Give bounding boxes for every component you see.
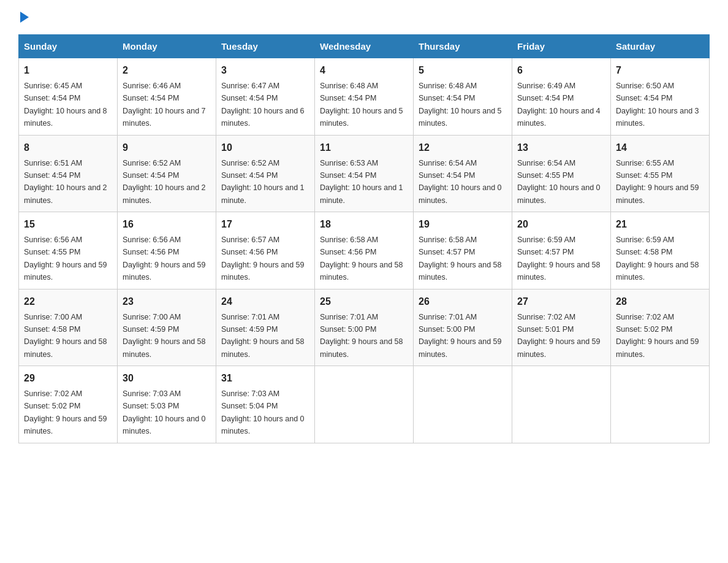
day-info: Sunrise: 7:00 AMSunset: 4:58 PMDaylight:… xyxy=(24,313,107,359)
calendar-cell: 14 Sunrise: 6:55 AMSunset: 4:55 PMDaylig… xyxy=(611,135,710,212)
calendar-table: Sunday Monday Tuesday Wednesday Thursday… xyxy=(18,34,710,443)
calendar-week-row: 15 Sunrise: 6:56 AMSunset: 4:55 PMDaylig… xyxy=(19,212,710,289)
calendar-cell: 17 Sunrise: 6:57 AMSunset: 4:56 PMDaylig… xyxy=(216,212,315,289)
day-info: Sunrise: 7:00 AMSunset: 4:59 PMDaylight:… xyxy=(123,313,206,359)
day-number: 21 xyxy=(616,217,704,232)
day-number: 3 xyxy=(221,63,309,78)
calendar-cell xyxy=(611,366,710,443)
day-number: 25 xyxy=(320,294,408,309)
calendar-cell: 18 Sunrise: 6:58 AMSunset: 4:56 PMDaylig… xyxy=(315,212,414,289)
day-info: Sunrise: 7:02 AMSunset: 5:02 PMDaylight:… xyxy=(616,313,699,359)
day-info: Sunrise: 7:02 AMSunset: 5:01 PMDaylight:… xyxy=(517,313,601,359)
calendar-cell: 30 Sunrise: 7:03 AMSunset: 5:03 PMDaylig… xyxy=(118,366,216,443)
calendar-cell: 16 Sunrise: 6:56 AMSunset: 4:56 PMDaylig… xyxy=(118,212,216,289)
col-sunday: Sunday xyxy=(19,35,118,58)
calendar-cell: 7 Sunrise: 6:50 AMSunset: 4:54 PMDayligh… xyxy=(611,58,710,136)
calendar-cell: 20 Sunrise: 6:59 AMSunset: 4:57 PMDaylig… xyxy=(512,212,611,289)
day-number: 5 xyxy=(419,63,507,78)
calendar-week-row: 22 Sunrise: 7:00 AMSunset: 4:58 PMDaylig… xyxy=(19,289,710,366)
day-number: 20 xyxy=(517,217,605,232)
calendar-cell: 12 Sunrise: 6:54 AMSunset: 4:54 PMDaylig… xyxy=(414,135,512,212)
day-number: 10 xyxy=(221,140,309,155)
calendar-header-row: Sunday Monday Tuesday Wednesday Thursday… xyxy=(19,35,710,58)
col-tuesday: Tuesday xyxy=(216,35,315,58)
calendar-cell: 13 Sunrise: 6:54 AMSunset: 4:55 PMDaylig… xyxy=(512,135,611,212)
day-number: 26 xyxy=(419,294,507,309)
calendar-cell: 2 Sunrise: 6:46 AMSunset: 4:54 PMDayligh… xyxy=(118,58,216,136)
calendar-week-row: 1 Sunrise: 6:45 AMSunset: 4:54 PMDayligh… xyxy=(19,58,710,136)
col-saturday: Saturday xyxy=(611,35,710,58)
day-info: Sunrise: 6:50 AMSunset: 4:54 PMDaylight:… xyxy=(616,82,699,128)
calendar-cell: 4 Sunrise: 6:48 AMSunset: 4:54 PMDayligh… xyxy=(315,58,414,136)
calendar-cell: 9 Sunrise: 6:52 AMSunset: 4:54 PMDayligh… xyxy=(118,135,216,212)
calendar-cell: 26 Sunrise: 7:01 AMSunset: 5:00 PMDaylig… xyxy=(414,289,512,366)
calendar-week-row: 29 Sunrise: 7:02 AMSunset: 5:02 PMDaylig… xyxy=(19,366,710,443)
day-info: Sunrise: 6:46 AMSunset: 4:54 PMDaylight:… xyxy=(123,82,206,128)
day-number: 27 xyxy=(517,294,605,309)
col-thursday: Thursday xyxy=(414,35,512,58)
day-number: 24 xyxy=(221,294,309,309)
day-info: Sunrise: 6:56 AMSunset: 4:55 PMDaylight:… xyxy=(24,236,107,282)
day-number: 14 xyxy=(616,140,704,155)
day-info: Sunrise: 6:55 AMSunset: 4:55 PMDaylight:… xyxy=(616,159,699,205)
day-info: Sunrise: 7:02 AMSunset: 5:02 PMDaylight:… xyxy=(24,389,107,435)
day-number: 28 xyxy=(616,294,704,309)
day-info: Sunrise: 6:59 AMSunset: 4:58 PMDaylight:… xyxy=(616,236,699,282)
day-number: 15 xyxy=(24,217,112,232)
day-number: 6 xyxy=(517,63,605,78)
calendar-cell: 29 Sunrise: 7:02 AMSunset: 5:02 PMDaylig… xyxy=(19,366,118,443)
day-info: Sunrise: 7:03 AMSunset: 5:04 PMDaylight:… xyxy=(221,389,305,435)
calendar-cell: 3 Sunrise: 6:47 AMSunset: 4:54 PMDayligh… xyxy=(216,58,315,136)
day-info: Sunrise: 6:49 AMSunset: 4:54 PMDaylight:… xyxy=(517,82,601,128)
day-number: 8 xyxy=(24,140,112,155)
calendar-cell: 8 Sunrise: 6:51 AMSunset: 4:54 PMDayligh… xyxy=(19,135,118,212)
calendar-cell: 19 Sunrise: 6:58 AMSunset: 4:57 PMDaylig… xyxy=(414,212,512,289)
day-number: 4 xyxy=(320,63,408,78)
day-info: Sunrise: 6:54 AMSunset: 4:55 PMDaylight:… xyxy=(517,159,601,205)
day-info: Sunrise: 6:57 AMSunset: 4:56 PMDaylight:… xyxy=(221,236,305,282)
day-info: Sunrise: 6:48 AMSunset: 4:54 PMDaylight:… xyxy=(419,82,502,128)
calendar-cell: 6 Sunrise: 6:49 AMSunset: 4:54 PMDayligh… xyxy=(512,58,611,136)
day-number: 9 xyxy=(123,140,211,155)
calendar-cell: 10 Sunrise: 6:52 AMSunset: 4:54 PMDaylig… xyxy=(216,135,315,212)
calendar-cell: 21 Sunrise: 6:59 AMSunset: 4:58 PMDaylig… xyxy=(611,212,710,289)
page-header xyxy=(18,12,710,23)
day-info: Sunrise: 7:01 AMSunset: 5:00 PMDaylight:… xyxy=(320,313,403,359)
day-info: Sunrise: 6:52 AMSunset: 4:54 PMDaylight:… xyxy=(123,159,206,205)
day-number: 7 xyxy=(616,63,704,78)
calendar-cell: 28 Sunrise: 7:02 AMSunset: 5:02 PMDaylig… xyxy=(611,289,710,366)
col-wednesday: Wednesday xyxy=(315,35,414,58)
day-info: Sunrise: 6:54 AMSunset: 4:54 PMDaylight:… xyxy=(419,159,502,205)
day-number: 11 xyxy=(320,140,408,155)
day-number: 31 xyxy=(221,371,309,386)
day-number: 29 xyxy=(24,371,112,386)
calendar-cell xyxy=(512,366,611,443)
day-number: 1 xyxy=(24,63,112,78)
day-info: Sunrise: 6:52 AMSunset: 4:54 PMDaylight:… xyxy=(221,159,305,205)
calendar-cell: 5 Sunrise: 6:48 AMSunset: 4:54 PMDayligh… xyxy=(414,58,512,136)
day-info: Sunrise: 6:48 AMSunset: 4:54 PMDaylight:… xyxy=(320,82,403,128)
logo-arrow-icon xyxy=(20,12,29,23)
logo-bottom xyxy=(18,12,29,23)
day-info: Sunrise: 6:45 AMSunset: 4:54 PMDaylight:… xyxy=(24,82,107,128)
day-number: 23 xyxy=(123,294,211,309)
calendar-cell: 23 Sunrise: 7:00 AMSunset: 4:59 PMDaylig… xyxy=(118,289,216,366)
calendar-cell xyxy=(315,366,414,443)
day-number: 22 xyxy=(24,294,112,309)
day-number: 12 xyxy=(419,140,507,155)
logo xyxy=(18,12,29,23)
day-info: Sunrise: 6:56 AMSunset: 4:56 PMDaylight:… xyxy=(123,236,206,282)
calendar-cell: 25 Sunrise: 7:01 AMSunset: 5:00 PMDaylig… xyxy=(315,289,414,366)
day-number: 13 xyxy=(517,140,605,155)
day-info: Sunrise: 6:47 AMSunset: 4:54 PMDaylight:… xyxy=(221,82,305,128)
calendar-cell: 31 Sunrise: 7:03 AMSunset: 5:04 PMDaylig… xyxy=(216,366,315,443)
calendar-cell: 1 Sunrise: 6:45 AMSunset: 4:54 PMDayligh… xyxy=(19,58,118,136)
day-info: Sunrise: 6:58 AMSunset: 4:57 PMDaylight:… xyxy=(419,236,502,282)
day-info: Sunrise: 6:58 AMSunset: 4:56 PMDaylight:… xyxy=(320,236,403,282)
calendar-cell: 11 Sunrise: 6:53 AMSunset: 4:54 PMDaylig… xyxy=(315,135,414,212)
calendar-week-row: 8 Sunrise: 6:51 AMSunset: 4:54 PMDayligh… xyxy=(19,135,710,212)
col-friday: Friday xyxy=(512,35,611,58)
day-number: 17 xyxy=(221,217,309,232)
calendar-cell: 24 Sunrise: 7:01 AMSunset: 4:59 PMDaylig… xyxy=(216,289,315,366)
day-info: Sunrise: 7:01 AMSunset: 4:59 PMDaylight:… xyxy=(221,313,305,359)
